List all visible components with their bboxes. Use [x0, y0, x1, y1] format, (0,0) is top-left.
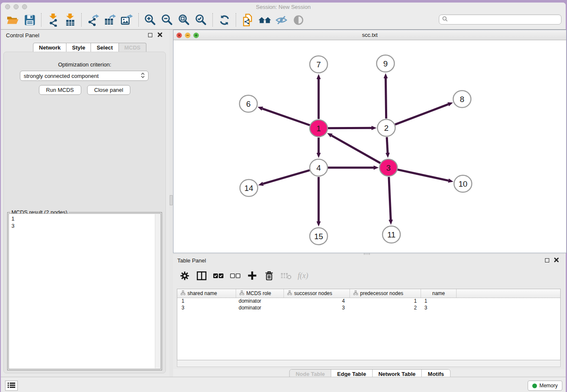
- svg-text:1: 1: [317, 124, 321, 133]
- function-builder-icon: f(x): [297, 269, 308, 282]
- table-horizontal-scrollbar[interactable]: [177, 360, 561, 367]
- zoom-fit-icon[interactable]: [176, 12, 193, 28]
- open-session-icon[interactable]: [4, 12, 21, 28]
- edge-4-14[interactable]: [263, 170, 310, 184]
- edge-3-10[interactable]: [398, 170, 449, 181]
- table-cell: 3: [177, 305, 236, 312]
- export-image-icon[interactable]: [118, 12, 135, 28]
- tab-style[interactable]: Style: [66, 43, 91, 52]
- column-header-successor-nodes[interactable]: successor nodes: [284, 289, 350, 298]
- table-row[interactable]: 1dominator411: [177, 298, 560, 305]
- show-columns-icon[interactable]: [196, 269, 207, 282]
- vertical-splitter[interactable]: [169, 30, 173, 377]
- table-settings-icon[interactable]: [179, 269, 190, 282]
- status-bar: Memory: [1, 377, 566, 392]
- svg-text:9: 9: [383, 59, 388, 68]
- export-network-icon[interactable]: [85, 12, 102, 28]
- zoom-in-icon[interactable]: [142, 12, 159, 28]
- edge-2-3[interactable]: [387, 137, 388, 153]
- svg-text:11: 11: [387, 230, 396, 239]
- edge-1-6[interactable]: [262, 109, 310, 125]
- node-14[interactable]: 14: [240, 179, 258, 196]
- deselect-all-columns-icon[interactable]: [230, 269, 241, 282]
- table-cell: 1: [421, 298, 457, 305]
- add-row-icon[interactable]: [247, 269, 258, 282]
- column-header-shared-name[interactable]: shared name: [177, 289, 236, 298]
- main-toolbar: [1, 11, 566, 30]
- first-neighbors-icon[interactable]: [256, 12, 273, 28]
- zoom-out-icon[interactable]: [159, 12, 176, 28]
- column-header-name[interactable]: name: [421, 289, 457, 298]
- vertical-splitter-handle[interactable]: [170, 195, 173, 205]
- task-history-button[interactable]: [5, 381, 18, 391]
- memory-button[interactable]: Memory: [528, 381, 562, 391]
- delete-row-icon[interactable]: [264, 269, 275, 282]
- save-session-icon[interactable]: [21, 12, 38, 28]
- application-window: Session: New Session Control Panel Netwo…: [0, 0, 567, 392]
- export-table-icon[interactable]: [102, 12, 118, 28]
- run-mcds-button[interactable]: Run MCDS: [39, 85, 81, 95]
- hide-selected-icon[interactable]: [273, 12, 290, 28]
- node-table[interactable]: shared nameMCDS rolesuccessor nodesprede…: [177, 289, 561, 360]
- toolbar-separator: [138, 13, 139, 27]
- close-panel-icon[interactable]: [157, 32, 162, 37]
- tab-select[interactable]: Select: [91, 43, 118, 52]
- search-input[interactable]: [449, 16, 561, 23]
- node-9[interactable]: 9: [377, 55, 394, 72]
- criterion-select[interactable]: strongly connected component: [20, 71, 149, 81]
- import-network-icon[interactable]: [44, 12, 61, 28]
- node-2[interactable]: 2: [377, 119, 395, 136]
- close-table-panel-icon[interactable]: [554, 257, 559, 262]
- svg-text:10: 10: [458, 179, 467, 188]
- node-7[interactable]: 7: [310, 56, 328, 73]
- table-cell: 4: [284, 298, 350, 305]
- edge-3-11[interactable]: [389, 177, 391, 220]
- toolbar-separator: [236, 13, 236, 27]
- network-canvas[interactable]: 1234678910111415: [173, 40, 566, 253]
- float-table-panel-icon[interactable]: [545, 258, 549, 262]
- table-cell: 3: [421, 305, 457, 312]
- svg-text:3: 3: [386, 163, 391, 172]
- tree-icon: [239, 290, 244, 296]
- apply-layout-icon[interactable]: [216, 12, 233, 28]
- close-panel-button[interactable]: Close panel: [87, 85, 131, 95]
- table-cell: 1: [350, 298, 421, 305]
- tree-icon: [181, 290, 185, 296]
- mcds-panel: Optimization criterion: strongly connect…: [3, 52, 166, 373]
- node-11[interactable]: 11: [383, 226, 400, 243]
- tab-network[interactable]: Network: [33, 43, 66, 52]
- edge-2-9[interactable]: [385, 78, 386, 119]
- duplicate-network-icon[interactable]: [239, 12, 256, 28]
- column-header-predecessor-nodes[interactable]: predecessor nodes: [350, 289, 421, 298]
- import-table-icon[interactable]: [61, 12, 78, 28]
- table-panel-title: Table Panel: [177, 257, 206, 264]
- select-all-columns-icon[interactable]: [213, 269, 224, 282]
- node-4[interactable]: 4: [310, 159, 328, 176]
- result-scrollbar[interactable]: [155, 214, 160, 368]
- node-15[interactable]: 15: [310, 228, 328, 245]
- mcds-result-text[interactable]: 1 3: [8, 213, 161, 369]
- node-10[interactable]: 10: [454, 175, 472, 192]
- table-cell: dominator: [236, 305, 284, 312]
- column-header-MCDS-role[interactable]: MCDS role: [236, 289, 284, 298]
- search-field[interactable]: [439, 14, 561, 25]
- edge-2-8[interactable]: [395, 104, 449, 124]
- mcds-result-box: MCDS result (2 nodes) 1 3: [7, 212, 162, 370]
- zoom-selected-icon[interactable]: [193, 12, 209, 28]
- control-panel-header: Control Panel: [1, 30, 169, 41]
- tab-mcds[interactable]: MCDS: [119, 43, 146, 52]
- table-row[interactable]: 3dominator323: [177, 305, 560, 312]
- search-icon: [442, 16, 448, 23]
- chevron-up-down-icon: [141, 72, 145, 80]
- tree-icon: [287, 290, 292, 296]
- table-header-row: shared nameMCDS rolesuccessor nodesprede…: [177, 289, 560, 298]
- node-8[interactable]: 8: [453, 91, 471, 108]
- node-1[interactable]: 1: [310, 120, 328, 137]
- float-panel-icon[interactable]: [148, 33, 152, 37]
- svg-text:6: 6: [246, 99, 251, 108]
- edge-1-2[interactable]: [328, 128, 372, 128]
- edge-3-1[interactable]: [331, 135, 380, 163]
- node-6[interactable]: 6: [239, 95, 257, 112]
- node-3[interactable]: 3: [380, 159, 397, 176]
- network-graph[interactable]: 1234678910111415: [173, 40, 566, 253]
